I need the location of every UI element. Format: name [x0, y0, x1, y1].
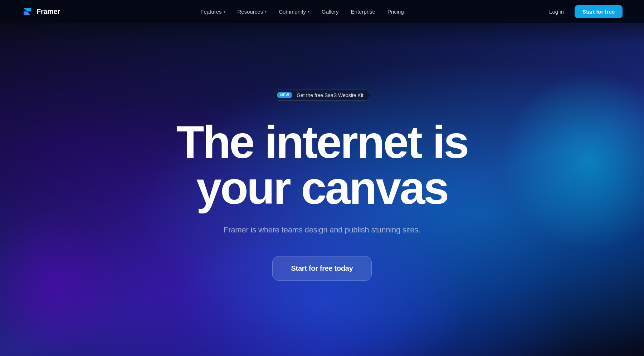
- hero-subheadline: Framer is where teams design and publish…: [224, 225, 420, 235]
- nav-menu: Features ▾ Resources ▾ Community ▾ Galle…: [195, 6, 409, 18]
- nav-actions: Log in Start for free: [544, 5, 623, 18]
- headline-line1: The internet is: [176, 116, 468, 168]
- new-badge-banner[interactable]: NEW Get the free SaaS Website Kit: [274, 90, 370, 101]
- nav-features-label: Features: [200, 9, 221, 15]
- features-chevron-icon: ▾: [224, 10, 225, 14]
- nav-logo-area[interactable]: Framer: [21, 6, 60, 17]
- framer-logo-icon: [21, 6, 33, 17]
- resources-chevron-icon: ▾: [265, 10, 267, 14]
- headline-line2: your canvas: [196, 162, 448, 213]
- nav-resources-label: Resources: [238, 9, 263, 15]
- nav-enterprise-label: Enterprise: [351, 9, 375, 15]
- hero-cta-button[interactable]: Start for free today: [272, 256, 372, 281]
- start-free-button[interactable]: Start for free: [575, 5, 623, 18]
- nav-item-resources[interactable]: Resources ▾: [233, 6, 272, 18]
- hero-section: NEW Get the free SaaS Website Kit The in…: [0, 0, 644, 356]
- nav-item-community[interactable]: Community ▾: [274, 6, 314, 18]
- nav-item-pricing[interactable]: Pricing: [382, 6, 409, 18]
- nav-item-gallery[interactable]: Gallery: [317, 6, 344, 18]
- login-button[interactable]: Log in: [544, 6, 569, 18]
- community-chevron-icon: ▾: [308, 10, 309, 14]
- nav-item-features[interactable]: Features ▾: [195, 6, 230, 18]
- nav-community-label: Community: [279, 9, 306, 15]
- nav-item-enterprise[interactable]: Enterprise: [346, 6, 380, 18]
- nav-pricing-label: Pricing: [387, 9, 404, 15]
- navbar: Framer Features ▾ Resources ▾ Community …: [0, 0, 644, 23]
- brand-name: Framer: [36, 8, 60, 16]
- nav-gallery-label: Gallery: [322, 9, 339, 15]
- new-badge-text: Get the free SaaS Website Kit: [297, 92, 364, 98]
- hero-headline: The internet is your canvas: [176, 119, 468, 211]
- new-badge-label: NEW: [277, 92, 292, 98]
